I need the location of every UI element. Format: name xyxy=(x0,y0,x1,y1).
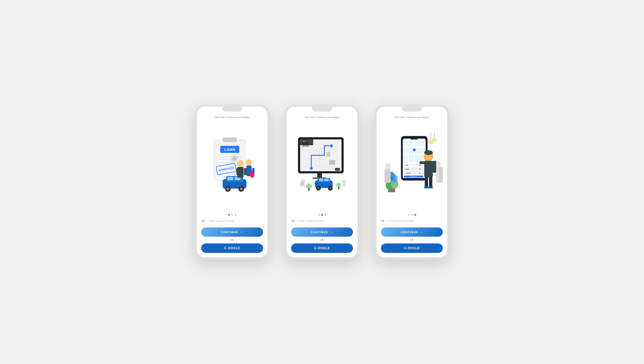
svg-text:$7: $7 xyxy=(419,172,421,174)
dot-3-2 xyxy=(411,214,413,216)
map-illustration: ↑ 200m 4.0 xyxy=(291,120,353,212)
google-label-3: OOGLE xyxy=(408,246,420,250)
continue-label-2: CONTINUE xyxy=(311,231,328,234)
svg-rect-39 xyxy=(329,160,335,165)
svg-text:$4: $4 xyxy=(419,164,421,166)
dot-1-1 xyxy=(228,214,230,216)
svg-text:Cab: Cab xyxy=(405,164,408,166)
svg-rect-94 xyxy=(425,177,428,188)
svg-point-54 xyxy=(329,187,332,190)
dot-2-1 xyxy=(318,214,320,216)
mobile-input-3[interactable]: Enter Mobile Number xyxy=(388,220,443,222)
phone-1-title: Ride With Confidence and integrity xyxy=(215,116,250,118)
continue-label-1: CONTINUE xyxy=(221,231,238,234)
svg-rect-11 xyxy=(228,177,234,180)
google-g-icon-3: G xyxy=(404,246,406,250)
svg-rect-20 xyxy=(244,168,246,175)
continue-button-2[interactable]: CONTINUE → xyxy=(291,228,353,237)
svg-rect-105 xyxy=(384,170,390,182)
svg-point-16 xyxy=(240,188,242,190)
google-button-2[interactable]: G OOGLE xyxy=(291,244,353,253)
svg-point-26 xyxy=(232,156,237,161)
phone-3-wrapper: Ride With Confidence and integrity xyxy=(374,104,449,260)
svg-rect-40 xyxy=(327,152,330,156)
country-code-3: +1 xyxy=(381,219,384,223)
continue-button-1[interactable]: CONTINUE → xyxy=(201,228,263,237)
phone-2-screen: Ride With Confidence and integrity xyxy=(286,106,358,258)
svg-rect-83 xyxy=(410,138,418,140)
google-label-2: OOGLE xyxy=(318,246,330,250)
dot-3-3 xyxy=(414,214,416,216)
or-text-3: OR xyxy=(410,239,414,242)
phone-3: Ride With Confidence and integrity xyxy=(374,104,449,260)
phone-3-illustration: Cab $4 Flash $3 Comfort $7 Confirm ride xyxy=(381,120,443,212)
svg-text:↑ 200m: ↑ 200m xyxy=(301,140,306,142)
svg-point-21 xyxy=(246,159,252,166)
dropdown-arrow-3[interactable]: ▾ xyxy=(386,220,386,222)
or-text-1: OR xyxy=(230,239,234,242)
svg-text:Comfort: Comfort xyxy=(405,172,411,174)
phone-2: Ride With Confidence and integrity xyxy=(284,104,360,260)
phone-2-illustration: ↑ 200m 4.0 xyxy=(291,120,353,212)
dot-2-3 xyxy=(324,214,326,216)
phone-2-dots xyxy=(318,214,326,216)
google-label-1: OOGLE xyxy=(228,246,240,250)
phone-1-screen: Ride With Confidence and integrity LOAN xyxy=(197,106,268,258)
dropdown-arrow-2[interactable]: ▾ xyxy=(296,220,296,222)
phone-1-wrapper: Ride With Confidence and integrity LOAN xyxy=(195,104,270,260)
phone-2-title: Ride With Confidence and integrity xyxy=(305,116,340,118)
svg-rect-61 xyxy=(342,180,346,186)
phone-3-title: Ride With Confidence and integrity xyxy=(395,116,429,118)
google-button-1[interactable]: G OOGLE xyxy=(201,244,263,253)
svg-point-41 xyxy=(310,167,312,170)
svg-rect-50 xyxy=(324,178,329,181)
google-g-icon-1: G xyxy=(224,246,227,250)
phone-2-wrapper: Ride With Confidence and integrity xyxy=(284,104,360,260)
svg-rect-49 xyxy=(319,178,324,181)
svg-rect-19 xyxy=(236,168,239,175)
svg-rect-28 xyxy=(317,173,322,178)
svg-rect-97 xyxy=(428,186,433,188)
svg-rect-95 xyxy=(429,177,432,188)
svg-rect-92 xyxy=(432,161,436,173)
phone-1-dots xyxy=(228,214,236,216)
svg-text:Flash: Flash xyxy=(405,168,409,170)
svg-rect-91 xyxy=(420,161,425,164)
arrow-icon-1: → xyxy=(240,230,243,234)
mobile-input-2[interactable]: Enter Mobile Number xyxy=(298,220,353,222)
dot-3-1 xyxy=(408,214,410,216)
svg-point-42 xyxy=(330,144,333,147)
arrow-icon-3: → xyxy=(419,230,423,234)
dot-1-3 xyxy=(235,214,236,216)
mobile-input-1[interactable]: Enter Mobile Number xyxy=(209,220,263,222)
dropdown-arrow-1[interactable]: ▾ xyxy=(206,220,207,222)
phone-3-screen: Ride With Confidence and integrity xyxy=(376,106,447,258)
svg-point-17 xyxy=(237,160,244,167)
svg-point-14 xyxy=(226,188,229,190)
svg-point-89 xyxy=(424,150,433,155)
svg-point-52 xyxy=(317,187,320,190)
ride-illustration: Cab $4 Flash $3 Comfort $7 Confirm ride xyxy=(381,120,443,212)
svg-rect-58 xyxy=(338,187,340,190)
loan-illustration: LOAN APPROVED xyxy=(201,120,263,212)
phone-3-dots xyxy=(408,214,416,216)
svg-rect-56 xyxy=(308,188,310,191)
google-button-3[interactable]: G OOGLE xyxy=(381,244,443,253)
phone-3-input-row[interactable]: +1 ▾ Enter Mobile Number xyxy=(381,219,443,224)
svg-rect-90 xyxy=(424,161,433,178)
phone-1-illustration: LOAN APPROVED xyxy=(201,120,263,212)
svg-text:LOAN: LOAN xyxy=(224,147,235,152)
dot-1-2 xyxy=(232,214,233,216)
svg-point-57 xyxy=(336,183,341,188)
country-code-1: +1 xyxy=(201,219,205,223)
continue-button-3[interactable]: CONTINUE → xyxy=(381,228,443,237)
main-container: Ride With Confidence and integrity LOAN xyxy=(185,94,459,270)
svg-text:$3: $3 xyxy=(419,168,421,170)
svg-rect-60 xyxy=(300,182,304,186)
svg-rect-107 xyxy=(439,167,443,183)
continue-label-3: CONTINUE xyxy=(401,231,418,234)
svg-rect-43 xyxy=(300,139,313,145)
phone-2-input-row[interactable]: +1 ▾ Enter Mobile Number xyxy=(291,219,353,224)
svg-rect-96 xyxy=(424,186,428,188)
phone-1-input-row[interactable]: +1 ▾ Enter Mobile Number xyxy=(201,219,263,224)
